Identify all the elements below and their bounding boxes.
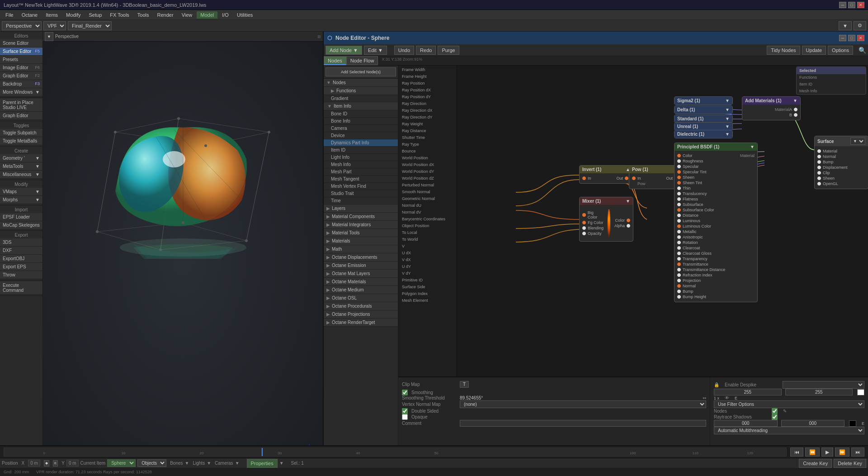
toggle-metaballs-btn[interactable]: Toggle MetaBalls [0, 137, 42, 145]
dielectric-arrow[interactable]: ▼ [725, 132, 730, 137]
add-selected-nodes-btn[interactable]: Add Selected Node(s) [326, 67, 396, 76]
octane-projections-header[interactable]: ▶Octane Projections [324, 310, 398, 319]
camera-item[interactable]: Camera [324, 125, 398, 132]
create-key-btn[interactable]: Create Key [799, 459, 832, 468]
mesh-info-item[interactable]: Mesh Info [324, 161, 398, 168]
vmaps-btn[interactable]: VMaps ▼ [0, 188, 42, 196]
execute-command-btn[interactable]: Execute Command [0, 281, 42, 295]
mixer-arrow[interactable]: ▼ [626, 199, 630, 204]
properties-btn[interactable]: Properties [247, 459, 278, 468]
viewport-mode-btn[interactable]: ▼ [45, 32, 53, 41]
render-mode-select[interactable]: Final_Render [68, 21, 112, 30]
node-editor-minimize[interactable]: ─ [839, 35, 846, 41]
redo-btn[interactable]: Redo [416, 46, 436, 55]
timeline-track[interactable]: 0 10 20 30 40 50 100 110 120 [4, 447, 787, 457]
vpr-select[interactable]: VPR [43, 21, 66, 30]
surface-type-select[interactable]: ▼ [850, 138, 865, 145]
maximize-button[interactable]: □ [848, 2, 855, 8]
raytrace-checkbox[interactable] [772, 414, 778, 420]
menu-file[interactable]: File [2, 11, 17, 19]
epsf-loader-btn[interactable]: EPSF Loader [0, 213, 42, 221]
image-editor-btn[interactable]: Image Editor F6 [0, 64, 42, 72]
search-icon[interactable]: 🔍 [859, 47, 866, 54]
nodes-edit-icon[interactable]: ✎ [783, 409, 787, 414]
shadow-color-swatch[interactable] [849, 420, 856, 427]
math-header[interactable]: ▶Math [324, 245, 398, 253]
item-info-header[interactable]: ▼Item Info [324, 102, 398, 110]
multithreading-select[interactable]: Automatic Multithreading [714, 427, 864, 434]
material-components-header[interactable]: ▶Material Components [324, 213, 398, 221]
materials-header[interactable]: ▶Materials [324, 237, 398, 245]
scene-editor-btn[interactable]: Scene Editor [0, 39, 42, 48]
edit-btn[interactable]: Edit ▼ [364, 46, 387, 55]
x-key-btn[interactable]: ◆ [44, 460, 49, 466]
principled-arrow[interactable]: ▼ [750, 144, 755, 149]
purge-btn[interactable]: Purge [438, 46, 459, 55]
gradient-item[interactable]: Gradient [324, 95, 398, 102]
functions-item[interactable]: ▶Functions [324, 87, 398, 95]
options-btn[interactable]: Options [828, 46, 853, 55]
bones-dropdown-icon[interactable]: ▼ [185, 461, 189, 466]
export-eps-btn[interactable]: Export EPS [0, 263, 42, 271]
menu-view[interactable]: View [178, 11, 196, 19]
delta-node[interactable]: Delta (1) ▼ [674, 105, 733, 114]
smoothing-checkbox[interactable] [402, 390, 408, 395]
expand-icon[interactable]: ▼ [279, 461, 284, 466]
color-r-input[interactable] [714, 389, 782, 395]
morphs-btn[interactable]: Morphs ▼ [0, 196, 42, 204]
comment-input[interactable] [460, 420, 706, 427]
geometry-btn[interactable]: Geometry ' ▼ [0, 154, 42, 162]
material-integrators-header[interactable]: ▶Material Integrators [324, 221, 398, 229]
throw-btn[interactable]: Throw [0, 271, 42, 279]
menu-octane[interactable]: Octane [18, 11, 41, 19]
nodes-category-header-nodes[interactable]: ▼ Nodes [324, 79, 398, 87]
timeline-start-btn[interactable]: ⏮ [790, 447, 803, 457]
material-tools-header[interactable]: ▶Material Tools [324, 229, 398, 237]
menu-io[interactable]: I/O [218, 11, 232, 19]
dynamics-part-info-item[interactable]: Dynamics Part Info [324, 139, 398, 147]
item-id-item[interactable]: Item ID [324, 147, 398, 154]
mocap-btn[interactable]: MoCap Skelegons [0, 221, 42, 229]
unreal-arrow[interactable]: ▼ [725, 124, 730, 129]
shadow-r-input[interactable] [714, 420, 778, 427]
current-item-select[interactable]: Sphere [107, 459, 136, 467]
dielectric-node[interactable]: Dielectric (1) ▼ [674, 130, 733, 138]
export-3ds-btn[interactable]: 3DS [0, 238, 42, 247]
double-sided-checkbox[interactable] [402, 408, 408, 414]
standard-arrow[interactable]: ▼ [725, 116, 730, 121]
add-node-btn[interactable]: Add Node ▼ [326, 46, 362, 55]
opaque-checkbox[interactable] [402, 414, 408, 420]
cameras-dropdown-icon[interactable]: ▼ [235, 461, 240, 466]
node-canvas[interactable]: Invert (1) ▲ In Out [457, 66, 868, 376]
light-info-item[interactable]: Light Info [324, 154, 398, 161]
octane-procedurals-header[interactable]: ▶Octane Procedurals [324, 302, 398, 310]
surface-node[interactable]: Surface ▼ Material Normal Bump Displ [814, 136, 868, 189]
minimize-button[interactable]: ─ [839, 2, 846, 8]
octane-materials-header[interactable]: ▶Octane Materials [324, 278, 398, 286]
octane-mat-layers-header[interactable]: ▶Octane Mat Layers [324, 270, 398, 278]
toolbar-toggle-btn[interactable]: ▼ [839, 21, 852, 30]
octane-render-target-header[interactable]: ▶Octane RenderTarget [324, 319, 398, 327]
close-button[interactable]: ✕ [857, 2, 864, 8]
menu-utilities[interactable]: Utilities [233, 11, 256, 19]
node-editor-maximize[interactable]: □ [848, 35, 855, 41]
enable-despike-select[interactable] [783, 381, 864, 389]
sigma2-node[interactable]: Sigma2 (1) ▼ [674, 96, 733, 105]
menu-tools[interactable]: Tools [134, 11, 153, 19]
color-g-input[interactable] [785, 389, 853, 395]
menu-model[interactable]: Model [197, 11, 217, 19]
presets-btn[interactable]: Presets [0, 56, 42, 64]
parent-in-place-btn[interactable]: Parent in Place Studio LIVE [0, 99, 42, 112]
viewport-canvas[interactable]: X Y Z [43, 42, 323, 476]
export-dxf-btn[interactable]: DXF [0, 247, 42, 255]
sigma2-arrow[interactable]: ▼ [725, 98, 730, 103]
mixer-node[interactable]: Mixer (1) ▼ Big Color [579, 197, 633, 242]
view-mode-select[interactable]: Perspective [2, 21, 42, 30]
graph-editor-2-btn[interactable]: Graph Editor [0, 112, 42, 120]
undo-btn[interactable]: Undo [394, 46, 414, 55]
menu-render[interactable]: Render [154, 11, 177, 19]
timeline-end-btn[interactable]: ⏭ [851, 447, 864, 457]
invert-node[interactable]: Invert (1) ▲ In Out [579, 165, 633, 184]
layers-header[interactable]: ▶Layers [324, 205, 398, 213]
metatools-btn[interactable]: MetaTools ▼ [0, 162, 42, 171]
